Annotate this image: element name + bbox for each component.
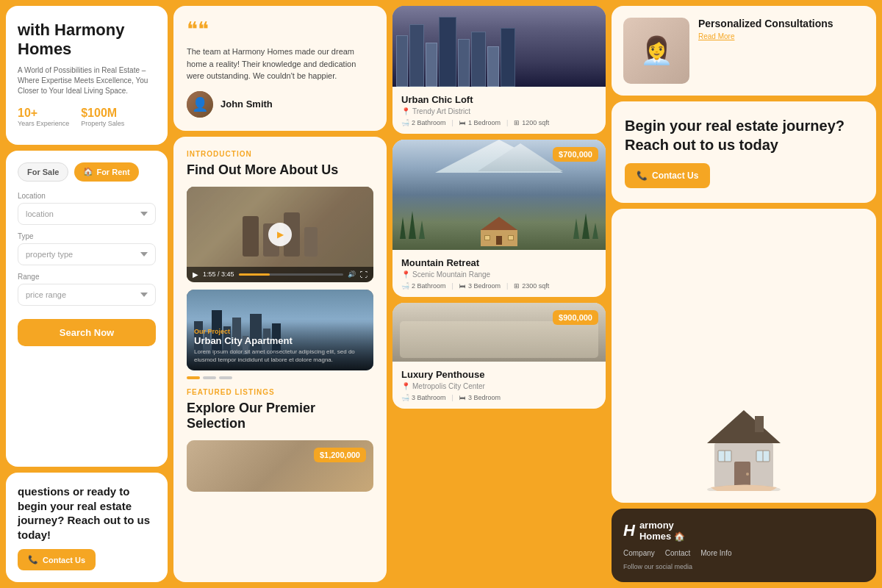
progress-bar[interactable] [239,273,343,276]
location-label: Location [18,192,156,200]
volume-icon[interactable]: 🔊 [348,270,356,278]
bath-icon: 🛁 [401,119,409,126]
dot-3[interactable] [219,376,232,379]
read-more-link[interactable]: Read More [698,32,833,40]
contact-title: questions or ready to begin your real es… [18,484,156,542]
type-select[interactable]: property type [18,243,156,265]
tab-for-rent[interactable]: 🏠 For Rent [74,162,138,182]
luxury-penthouse-specs: 🛁 3 Bathroom | 🛏 3 Bedroom [401,394,597,401]
luxury-price-badge: $900,000 [553,310,598,325]
cta-contact-button[interactable]: 📞 Contact Us [625,163,710,188]
column-1: with Harmony Homes A World of Possibilit… [6,6,168,582]
location-pin-icon: 📍 [401,107,410,115]
column-4: 👩‍💼 Personalized Consultations Read More… [612,6,876,582]
luxury-penthouse-details: Luxury Penthouse 📍 Metropolis City Cente… [392,362,606,409]
footer-logo-text: armony [639,520,685,531]
play-button[interactable]: ▶ [268,223,292,246]
about-title: Find Out More About Us [187,162,373,178]
featured-property-preview: $1,200,000 [187,440,373,492]
urban-chic-name: Urban Chic Loft [401,94,597,105]
svg-point-4 [746,473,749,476]
quote-icon: ❝❝ [187,19,373,40]
tab-for-sale[interactable]: For Sale [18,162,68,182]
stat-sales: $100M Property Sales [81,107,124,127]
location-select[interactable]: location [18,203,156,225]
footer-link-company[interactable]: Company [623,549,655,557]
footer-links: Company Contact More Info [623,549,864,557]
house-svg [696,403,792,491]
footer-link-more[interactable]: More Info [700,549,731,557]
featured-title: Explore Our Premier Selection [187,401,373,431]
house-card [612,209,876,503]
mountain-retreat-card: $700,000 Mountain Retreat 📍 Scenic Mount… [392,140,606,297]
footer-link-contact[interactable]: Contact [665,549,690,557]
project-desc: Lorem ipsum dolor sit amet consectetur a… [194,348,366,364]
range-label: Range [18,273,156,281]
hero-subtitle: A World of Possibilities in Real Estate … [18,65,156,96]
bed-icon-3: 🛏 [459,394,466,401]
home-icon: 🏠 [83,167,93,176]
location-pin-icon-3: 📍 [401,382,410,390]
fullscreen-icon[interactable]: ⛶ [360,270,368,279]
footer-logo-homes: Homes [639,531,671,542]
featured-price: $1,200,000 [314,448,366,462]
location-group: Location location [18,192,156,225]
stats-row: 10+ Years Experience $100M Property Sale… [18,107,156,127]
stat-experience-label: Years Experience [18,120,69,127]
consult-image: 👩‍💼 [623,18,689,84]
testimonial-author: 👤 John Smith [187,91,373,118]
bath-icon-2: 🛁 [401,282,409,290]
consult-content: Personalized Consultations Read More [698,18,833,84]
cta-title: Begin your real estate journey? Reach ou… [625,116,863,154]
footer-logo-h: H [623,521,635,540]
progress-fill [239,273,270,276]
phone-icon: 📞 [28,555,38,564]
testimonial-text: The team at Harmony Homes made our dream… [187,46,373,82]
slider-dots [187,376,373,379]
project-name: Urban City Apartment [194,335,366,346]
luxury-bed: 🛏 3 Bedroom [459,394,501,401]
area-icon: ⊞ [514,119,520,126]
stat-experience-value: 10+ [18,107,69,120]
luxury-penthouse-card: $900,000 Luxury Penthouse 📍 Metropolis C… [392,303,606,409]
urban-chic-location: 📍 Trendy Art District [401,107,597,115]
type-label: Type [18,232,156,240]
project-info: Our Project Urban City Apartment Lorem i… [187,322,373,370]
luxury-penthouse-name: Luxury Penthouse [401,369,597,380]
urban-chic-card: Urban Chic Loft 📍 Trendy Art District 🛁 … [392,6,606,134]
mountain-retreat-specs: 🛁 2 Bathroom | 🛏 3 Bedroom | ⊞ 2300 sqft [401,282,597,290]
area-icon-2: ⊞ [514,282,520,290]
phone-icon-2: 📞 [637,171,648,181]
contact-card: questions or ready to begin your real es… [6,473,168,582]
project-tag: Our Project [194,328,366,335]
bed-icon: 🛏 [459,119,466,126]
dot-1[interactable] [187,376,200,379]
mountain-sqft: ⊞ 2300 sqft [514,282,549,290]
dot-2[interactable] [203,376,216,379]
column-3: Urban Chic Loft 📍 Trendy Art District 🛁 … [392,6,606,582]
range-select[interactable]: price range [18,284,156,306]
search-button[interactable]: Search Now [18,319,156,346]
mountain-retreat-image: $700,000 [392,140,606,250]
about-card: INTRODUCTION Find Out More About Us ▶ ▶ … [173,137,387,583]
video-controls: ▶ 1:55 / 3:45 🔊 ⛶ [187,267,373,282]
stat-experience: 10+ Years Experience [18,107,69,127]
featured-section: FEATURED LISTINGS Explore Our Premier Se… [187,388,373,431]
video-time: 1:55 / 3:45 [203,270,234,278]
urban-chic-bed: 🛏 1 Bedroom [459,119,501,126]
cta-card: Begin your real estate journey? Reach ou… [612,101,876,203]
bath-icon-3: 🛁 [401,394,409,401]
video-container[interactable]: ▶ ▶ 1:55 / 3:45 🔊 ⛶ [187,187,373,282]
mountain-retreat-name: Mountain Retreat [401,257,597,268]
contact-button[interactable]: 📞 Contact Us [18,549,96,570]
hero-title: with Harmony Homes [18,21,156,60]
play-icon[interactable]: ▶ [193,270,198,279]
footer-house-icon: 🏠 [674,531,685,542]
column-2: ❝❝ The team at Harmony Homes made our dr… [173,6,387,582]
mountain-retreat-details: Mountain Retreat 📍 Scenic Mountain Range… [392,250,606,297]
bed-icon-2: 🛏 [459,282,466,290]
mountain-bed: 🛏 3 Bedroom [459,282,501,290]
luxury-bath: 🛁 3 Bathroom [401,394,446,401]
luxury-penthouse-location: 📍 Metropolis City Center [401,382,597,390]
location-pin-icon-2: 📍 [401,270,410,279]
